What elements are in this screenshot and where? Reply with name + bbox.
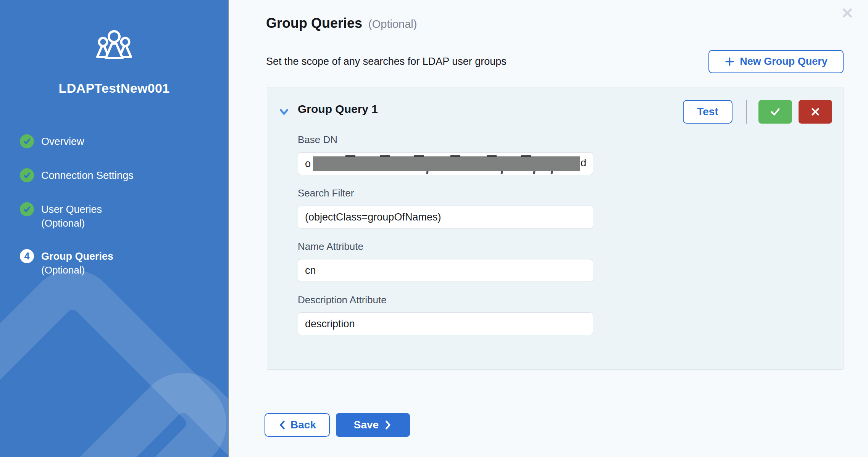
new-group-query-button[interactable]: New Group Query <box>708 50 844 73</box>
step-number-badge: 4 <box>20 249 34 263</box>
x-icon <box>810 106 821 117</box>
step-optional-label: (Optional) <box>41 217 102 229</box>
sidebar-item-group-queries[interactable]: 4 Group Queries (Optional) <box>20 249 219 276</box>
step-complete-badge <box>20 134 34 148</box>
description-attribute-label: Description Attribute <box>298 294 387 306</box>
new-group-query-label: New Group Query <box>740 56 828 68</box>
search-filter-input[interactable] <box>298 206 593 228</box>
step-complete-badge <box>20 168 34 182</box>
test-button[interactable]: Test <box>683 100 732 124</box>
connection-name: LDAPTestNew001 <box>0 81 228 96</box>
page-title: Group Queries <box>266 15 362 31</box>
sidebar-item-overview[interactable]: Overview <box>20 134 219 148</box>
base-dn-field: d <box>298 152 593 175</box>
name-attribute-input[interactable] <box>298 259 593 282</box>
collapse-toggle[interactable] <box>277 107 291 118</box>
step-label: Overview <box>41 135 84 148</box>
chevron-right-icon <box>384 420 392 430</box>
step-complete-badge <box>20 202 34 216</box>
group-query-title: Group Query 1 <box>298 103 378 116</box>
back-button[interactable]: Back <box>265 413 330 437</box>
check-icon <box>23 205 31 214</box>
save-button[interactable]: Save <box>336 413 410 437</box>
close-icon[interactable] <box>840 5 855 21</box>
step-label: User Queries <box>41 203 102 216</box>
search-filter-label: Search Filter <box>298 187 354 199</box>
plus-icon <box>724 56 735 67</box>
sidebar-item-user-queries[interactable]: User Queries (Optional) <box>20 202 219 229</box>
group-queries-panel: Group Queries (Optional) Set the scope o… <box>229 0 868 457</box>
wizard-sidebar: LDAPTestNew001 Overview <box>0 0 229 457</box>
chevron-down-icon <box>278 107 290 117</box>
base-dn-label: Base DN <box>298 134 337 146</box>
confirm-button[interactable] <box>758 100 792 124</box>
optional-tag: (Optional) <box>368 18 417 31</box>
ldap-wizard-window: LDAPTestNew001 Overview <box>0 0 868 457</box>
description-attribute-input[interactable] <box>298 312 593 335</box>
name-attribute-label: Name Attribute <box>298 241 363 253</box>
wizard-steps: Overview Connection Settings <box>20 134 219 296</box>
delete-button[interactable] <box>799 100 832 124</box>
back-label: Back <box>290 419 316 431</box>
chevron-left-icon <box>278 420 286 430</box>
sidebar-item-connection-settings[interactable]: Connection Settings <box>20 168 219 182</box>
page-subtitle: Set the scope of any searches for LDAP u… <box>266 56 507 68</box>
button-divider <box>746 100 747 124</box>
step-optional-label: (Optional) <box>41 264 113 276</box>
save-label: Save <box>354 419 379 431</box>
group-query-card: Group Query 1 Test Base DN <box>267 87 844 370</box>
check-icon <box>769 106 782 117</box>
step-label: Group Queries <box>41 250 113 263</box>
people-group-icon <box>0 30 228 60</box>
base-dn-input[interactable] <box>298 152 593 175</box>
step-label: Connection Settings <box>41 169 134 182</box>
check-icon <box>23 137 31 146</box>
check-icon <box>23 171 31 180</box>
